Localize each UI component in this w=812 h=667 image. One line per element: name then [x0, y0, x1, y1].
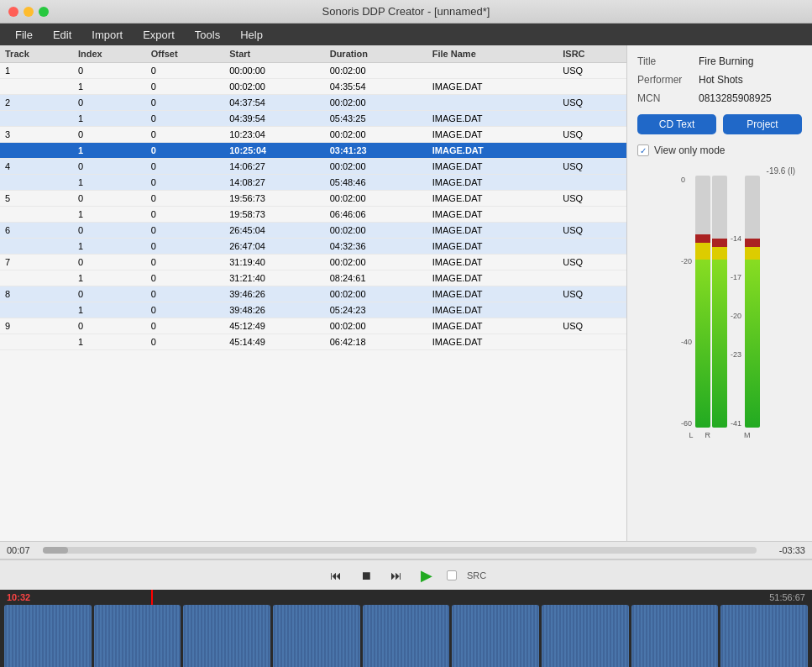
waveform-track-3[interactable]: 3 [183, 605, 270, 667]
table-row[interactable]: 60026:45:0400:02:00IMAGE.DATUSQ [0, 223, 626, 239]
table-cell [427, 95, 558, 111]
menu-tools[interactable]: Tools [186, 26, 228, 44]
col-track: Track [0, 45, 73, 63]
table-cell: IMAGE.DAT [427, 175, 558, 191]
table-cell: 26:47:04 [224, 239, 325, 255]
table-cell: 19:56:73 [224, 191, 325, 207]
table-row[interactable]: 10000:00:0000:02:00USQ [0, 63, 626, 79]
table-row[interactable]: 1014:08:2705:48:46IMAGE.DAT [0, 175, 626, 191]
table-cell: 0 [146, 207, 224, 223]
view-only-checkbox[interactable]: ✓ [637, 144, 649, 156]
waveform-track-7[interactable]: 7 [542, 605, 629, 667]
table-cell [558, 302, 626, 318]
vu-green-R [712, 260, 727, 428]
table-row[interactable]: 1031:21:4008:24:61IMAGE.DAT [0, 270, 626, 286]
table-cell: 04:35:54 [325, 79, 427, 95]
table-cell: 14:08:27 [224, 175, 325, 191]
table-row[interactable]: 90045:12:4900:02:00IMAGE.DATUSQ [0, 318, 626, 334]
waveform-track-1[interactable]: 1 [4, 605, 92, 667]
table-cell [0, 175, 73, 191]
waveform-track-6[interactable]: 6 [452, 605, 539, 667]
table-row[interactable]: 30010:23:0400:02:00IMAGE.DATUSQ [0, 127, 626, 143]
table-cell: USQ [558, 159, 626, 175]
col-index: Index [73, 45, 146, 63]
menu-file[interactable]: File [7, 26, 41, 44]
table-cell: 0 [146, 239, 224, 255]
table-header-row: Track Index Offset Start Duration File N… [0, 45, 626, 63]
table-cell: 1 [0, 63, 73, 79]
waveform-time-start: 10:32 [7, 592, 30, 602]
table-cell: 0 [146, 175, 224, 191]
waveform-track-2[interactable]: 2 [94, 605, 181, 667]
table-cell [558, 239, 626, 255]
table-cell: 0 [146, 63, 224, 79]
main-layout: Track Index Offset Start Duration File N… [0, 45, 812, 541]
waveform-track-9[interactable]: 9 [720, 605, 808, 667]
table-cell: 9 [0, 318, 73, 334]
table-row[interactable]: 1019:58:7306:46:06IMAGE.DAT [0, 207, 626, 223]
table-cell: IMAGE.DAT [427, 318, 558, 334]
project-button[interactable]: Project [723, 114, 802, 134]
table-row[interactable]: 50019:56:7300:02:00IMAGE.DATUSQ [0, 191, 626, 207]
maximize-button[interactable] [39, 7, 49, 17]
table-cell: IMAGE.DAT [427, 207, 558, 223]
table-cell: 08:24:61 [325, 270, 427, 286]
table-row[interactable]: 1010:25:0403:41:23IMAGE.DAT [0, 143, 626, 159]
table-row[interactable]: 1004:39:5405:43:25IMAGE.DAT [0, 111, 626, 127]
waveform-track-5[interactable]: 5 [363, 605, 450, 667]
table-row[interactable]: 1045:14:4906:42:18IMAGE.DAT [0, 334, 626, 350]
table-cell: 0 [146, 270, 224, 286]
waveform-area[interactable]: 10:32 51:56:67 1 2 3 4 5 6 7 8 9 [0, 590, 812, 667]
menu-help[interactable]: Help [232, 26, 271, 44]
table-cell: 0 [146, 95, 224, 111]
skip-back-button[interactable]: ⏮ [326, 565, 346, 586]
scroll-area: 00:07 -03:33 [0, 541, 812, 559]
right-scale: -14 -17 -20 -23 -41 [729, 234, 743, 428]
table-cell [0, 207, 73, 223]
table-cell: 0 [146, 79, 224, 95]
table-cell: 0 [146, 143, 224, 159]
waveform-inner-3 [183, 605, 270, 667]
minimize-button[interactable] [24, 7, 34, 17]
table-cell: IMAGE.DAT [427, 334, 558, 350]
table-cell: 1 [73, 111, 146, 127]
waveform-track-8[interactable]: 8 [631, 605, 719, 667]
table-cell: IMAGE.DAT [427, 223, 558, 239]
waveform-track-4[interactable]: 4 [273, 605, 360, 667]
table-cell [558, 143, 626, 159]
table-cell: IMAGE.DAT [427, 286, 558, 302]
scroll-track[interactable] [43, 547, 757, 554]
table-cell: 0 [146, 255, 224, 270]
vu-reading: -19.6 (l) [767, 166, 795, 176]
menu-import[interactable]: Import [83, 26, 131, 44]
stop-button[interactable]: ⏹ [356, 565, 376, 586]
table-row[interactable]: 1039:48:2605:24:23IMAGE.DAT [0, 302, 626, 318]
menu-export[interactable]: Export [134, 26, 183, 44]
play-button[interactable]: ▶ [416, 565, 437, 586]
table-row[interactable]: 80039:46:2600:02:00IMAGE.DATUSQ [0, 286, 626, 302]
title-row: Title Fire Burning [637, 55, 802, 67]
table-cell: USQ [558, 191, 626, 207]
skip-forward-button[interactable]: ⏭ [386, 565, 406, 586]
cd-text-button[interactable]: CD Text [637, 114, 716, 134]
table-cell: 06:42:18 [325, 334, 427, 350]
col-duration: Duration [325, 45, 427, 63]
table-cell: 26:45:04 [224, 223, 325, 239]
table-cell [558, 79, 626, 95]
src-checkbox[interactable] [447, 570, 457, 580]
menu-edit[interactable]: Edit [45, 26, 80, 44]
table-row[interactable]: 1026:47:0404:32:36IMAGE.DAT [0, 239, 626, 255]
table-row[interactable]: 40014:06:2700:02:00IMAGE.DATUSQ [0, 159, 626, 175]
transport-bar: ⏮ ⏹ ⏭ ▶ SRC [0, 559, 812, 590]
scroll-thumb[interactable] [43, 547, 68, 554]
table-row[interactable]: 70031:19:4000:02:00IMAGE.DATUSQ [0, 255, 626, 270]
performer-label: Performer [637, 74, 692, 86]
left-scale: 0 -20 -40 -60 [679, 176, 694, 428]
close-button[interactable] [8, 7, 18, 17]
waveform-inner-1 [4, 605, 92, 667]
col-start: Start [224, 45, 325, 63]
table-row[interactable]: 1000:02:0004:35:54IMAGE.DAT [0, 79, 626, 95]
table-cell: IMAGE.DAT [427, 302, 558, 318]
table-cell: 0 [73, 63, 146, 79]
table-row[interactable]: 20004:37:5400:02:00USQ [0, 95, 626, 111]
